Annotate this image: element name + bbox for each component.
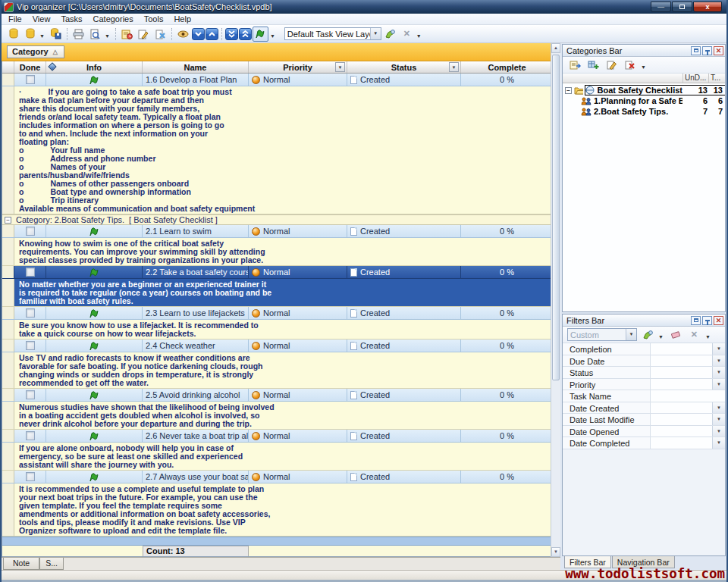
menu-tools[interactable]: Tools bbox=[139, 14, 169, 23]
clear-filter-button[interactable] bbox=[668, 327, 684, 343]
close-button[interactable]: x bbox=[693, 2, 722, 12]
filter-dropdown-button[interactable]: ▼ bbox=[712, 379, 725, 390]
done-checkbox[interactable] bbox=[26, 431, 35, 440]
done-checkbox[interactable] bbox=[26, 341, 35, 350]
new-category-button[interactable] bbox=[567, 58, 583, 73]
column-header-done[interactable]: Done bbox=[14, 61, 46, 73]
menu-categories[interactable]: Categories bbox=[88, 14, 139, 23]
new-database-button[interactable] bbox=[5, 27, 21, 42]
menu-file[interactable]: File bbox=[3, 14, 27, 23]
layout-combo-arrow[interactable]: ▼ bbox=[370, 28, 381, 39]
notes-dropdown[interactable]: ▼ bbox=[269, 29, 278, 39]
filter-dropdown-button[interactable]: ▼ bbox=[712, 437, 725, 449]
move-down-button[interactable] bbox=[192, 28, 205, 40]
group-by-category-button[interactable]: Category △ bbox=[7, 45, 64, 58]
save-filter-dropdown[interactable]: ▼ bbox=[657, 330, 666, 340]
filter-preset-arrow[interactable]: ▼ bbox=[626, 329, 636, 340]
done-checkbox[interactable] bbox=[26, 472, 35, 481]
filter-dropdown-button[interactable]: ▼ bbox=[712, 355, 725, 367]
filter-value[interactable] bbox=[651, 437, 712, 449]
print-button[interactable] bbox=[71, 27, 86, 42]
save-database-button[interactable] bbox=[48, 27, 64, 42]
toggle-notes-button[interactable] bbox=[253, 27, 268, 42]
task-row[interactable]: 2.6 Never take a boat trip alone! Normal… bbox=[2, 430, 553, 443]
filter-value[interactable] bbox=[651, 414, 712, 425]
column-header-total[interactable]: T... bbox=[708, 74, 725, 83]
task-row[interactable]: 1.6 Develop a Float Plan Normal Created … bbox=[2, 74, 553, 86]
edit-category-button[interactable] bbox=[604, 58, 620, 73]
collapse-tree-icon[interactable]: − bbox=[565, 87, 572, 94]
move-bottom-button[interactable] bbox=[225, 28, 238, 40]
open-database-button[interactable] bbox=[22, 27, 38, 42]
print-preview-button[interactable] bbox=[87, 27, 103, 42]
status-filter-button[interactable]: ▼ bbox=[449, 62, 459, 72]
task-row-selected[interactable]: 2.2 Take a boat safety course. Normal Cr… bbox=[2, 266, 553, 279]
panel-restore-button[interactable] bbox=[691, 316, 701, 325]
tree-item-root[interactable]: − Boat Safety Checklist 13 13 bbox=[563, 85, 725, 95]
new-subcategory-button[interactable] bbox=[585, 58, 601, 73]
delete-layout-button[interactable]: ✕ bbox=[399, 27, 415, 42]
minimize-button[interactable]: — bbox=[651, 2, 671, 12]
collapse-group-icon[interactable]: − bbox=[5, 217, 11, 224]
column-header-priority[interactable]: Priority▼ bbox=[249, 61, 347, 73]
filter-dropdown-button[interactable]: ▼ bbox=[712, 402, 725, 414]
column-header-complete[interactable]: Complete bbox=[461, 61, 553, 73]
filter-value[interactable] bbox=[651, 343, 712, 355]
new-task-button[interactable] bbox=[119, 27, 135, 42]
filter-value[interactable] bbox=[651, 367, 712, 378]
task-row[interactable]: 2.1 Learn to swim Normal Created 0 % bbox=[2, 225, 553, 238]
move-up-button[interactable] bbox=[206, 28, 218, 40]
done-checkbox[interactable] bbox=[26, 268, 35, 277]
column-header-name[interactable]: Name bbox=[143, 61, 249, 73]
delete-task-button[interactable] bbox=[152, 27, 168, 42]
filter-value[interactable] bbox=[651, 426, 712, 437]
scroll-up-button[interactable]: ▲ bbox=[551, 43, 560, 53]
tree-item-category[interactable]: 1.Planning for a Safe Boat T 6 6 bbox=[563, 95, 725, 106]
task-row[interactable]: 2.4 Check weather Normal Created 0 % bbox=[2, 340, 553, 352]
tab-note[interactable]: Note bbox=[3, 558, 39, 570]
grid-vertical-scrollbar[interactable]: ▲ ▼ bbox=[551, 43, 560, 557]
task-row[interactable]: 2.3 Learn to use lifejackets Normal Crea… bbox=[2, 307, 553, 320]
filter-value[interactable] bbox=[651, 355, 712, 367]
menu-view[interactable]: View bbox=[27, 14, 56, 23]
column-header-undone[interactable]: UnD... bbox=[682, 74, 708, 83]
priority-filter-button[interactable]: ▼ bbox=[335, 62, 345, 72]
task-row[interactable]: 2.7 Always use your boat safety Normal C… bbox=[2, 471, 553, 483]
scroll-down-button[interactable]: ▼ bbox=[551, 547, 560, 557]
delete-category-button[interactable] bbox=[622, 58, 638, 73]
filter-dropdown-button[interactable]: ▼ bbox=[712, 426, 725, 437]
save-layout-button[interactable] bbox=[382, 27, 398, 42]
move-top-button[interactable] bbox=[239, 28, 252, 40]
done-checkbox[interactable] bbox=[26, 390, 35, 399]
tab-s[interactable]: S... bbox=[39, 558, 64, 570]
categories-toolbar-overflow[interactable]: ▼ bbox=[640, 60, 648, 70]
task-row[interactable]: 2.5 Avoid drinking alcohol Normal Create… bbox=[2, 389, 553, 402]
filter-preset-combo[interactable]: Custom ▼ bbox=[567, 328, 637, 341]
scrollbar-track[interactable] bbox=[551, 382, 560, 547]
filter-dropdown-button[interactable]: ▼ bbox=[712, 414, 725, 425]
panel-close-button[interactable]: ✕ bbox=[714, 316, 723, 325]
panel-pin-button[interactable] bbox=[702, 316, 712, 325]
column-header-status[interactable]: Status▼ bbox=[347, 61, 461, 73]
edit-task-button[interactable] bbox=[136, 27, 152, 42]
print-dropdown[interactable]: ▼ bbox=[104, 29, 112, 39]
layout-combo[interactable]: Default Task View Layout ▼ bbox=[284, 27, 381, 40]
done-checkbox[interactable] bbox=[26, 75, 35, 84]
done-checkbox[interactable] bbox=[26, 308, 35, 318]
menu-help[interactable]: Help bbox=[168, 14, 196, 23]
filter-dropdown-button[interactable]: ▼ bbox=[712, 343, 725, 355]
filter-value[interactable] bbox=[651, 402, 712, 414]
show-notes-button[interactable] bbox=[175, 27, 191, 42]
filter-value[interactable] bbox=[651, 390, 725, 402]
filter-value[interactable] bbox=[651, 379, 712, 390]
done-checkbox[interactable] bbox=[26, 227, 35, 236]
panel-restore-button[interactable] bbox=[691, 46, 701, 55]
scrollbar-thumb[interactable] bbox=[552, 55, 560, 380]
open-database-dropdown[interactable]: ▼ bbox=[39, 29, 47, 39]
menu-tasks[interactable]: Tasks bbox=[55, 14, 87, 23]
panel-close-button[interactable]: ✕ bbox=[714, 46, 723, 55]
panel-pin-button[interactable] bbox=[702, 46, 712, 55]
delete-filter-button[interactable]: ✕ bbox=[686, 327, 702, 343]
filters-toolbar-overflow[interactable]: ▼ bbox=[704, 330, 713, 340]
column-header-info[interactable]: Info bbox=[46, 61, 143, 73]
